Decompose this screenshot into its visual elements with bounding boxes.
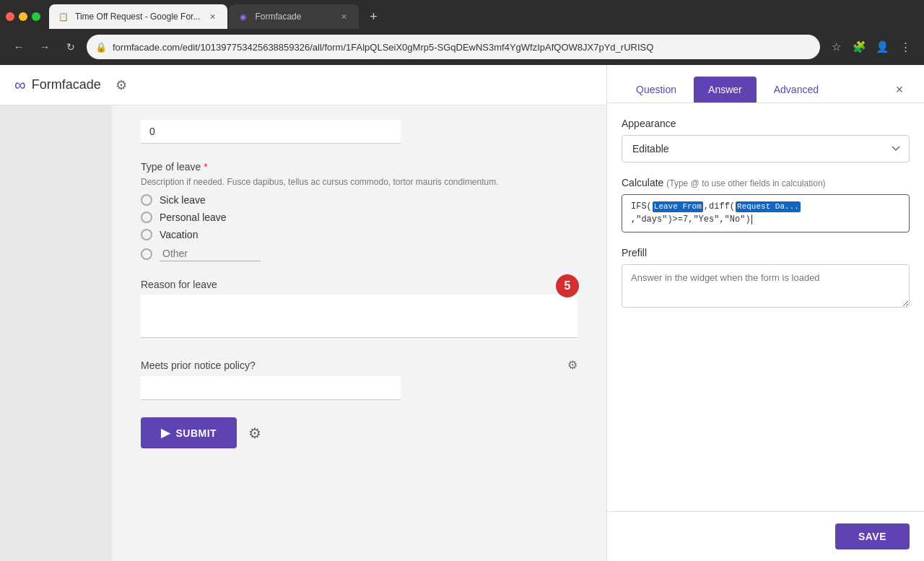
panel-tabs: Question Answer Advanced: [622, 77, 833, 103]
tab2-close[interactable]: ✕: [337, 10, 350, 23]
panel-body: Appearance Editable Read only Hidden Cal…: [607, 103, 924, 511]
tab1-title: Time Off Request - Google For...: [75, 12, 200, 22]
other-option: [141, 246, 578, 261]
reload-icon: ↻: [66, 41, 75, 53]
back-btn[interactable]: ←: [9, 37, 29, 57]
tab2-favicon: ◉: [237, 11, 249, 22]
forward-btn[interactable]: →: [35, 37, 55, 57]
appearance-section: Appearance Editable Read only Hidden: [622, 118, 910, 162]
prefill-section: Prefill: [622, 247, 910, 310]
reload-btn[interactable]: ↻: [61, 37, 81, 57]
window-close-btn[interactable]: [6, 12, 14, 21]
tab2-title: Formfacade: [255, 12, 331, 22]
calculate-display[interactable]: IFS(Leave From,diff(Request Da...,"days"…: [622, 194, 910, 232]
submit-btn[interactable]: ▶ SUBMIT: [141, 417, 237, 448]
calc-token-request-da: Request Da...: [736, 201, 801, 212]
panel-footer: SAVE: [607, 511, 924, 561]
reason-label: Reason for leave: [141, 279, 578, 290]
meets-policy-input[interactable]: No: [141, 376, 401, 400]
meets-policy-label: Meets prior notice policy?: [141, 360, 256, 371]
new-tab-btn[interactable]: +: [363, 6, 383, 27]
sick-leave-label: Sick leave: [160, 194, 206, 206]
tab-time-off[interactable]: 📋 Time Off Request - Google For... ✕: [49, 4, 227, 29]
tab-advanced[interactable]: Advanced: [759, 77, 833, 103]
radio-circle-personal: [141, 212, 152, 223]
submit-icon: ▶: [161, 426, 170, 440]
ff-logo-text: Formfacade: [32, 77, 101, 92]
other-input[interactable]: [160, 246, 261, 261]
form-sidebar: [0, 105, 112, 561]
meets-policy-header: Meets prior notice policy? ⚙: [141, 358, 578, 372]
appearance-select[interactable]: Editable Read only Hidden: [622, 135, 910, 162]
form-content: 0 Type of leave * Description if needed.…: [112, 105, 606, 561]
calculate-sublabel: (Type @ to use other fields in calculati…: [666, 178, 825, 188]
step-badge: 5: [556, 274, 579, 297]
prefill-label: Prefill: [622, 247, 910, 258]
menu-btn[interactable]: ⋮: [895, 37, 915, 57]
bookmark-btn[interactable]: ☆: [826, 37, 846, 57]
forward-icon: →: [40, 41, 50, 53]
calc-token-end: ,"days")>=7,"Yes","No"): [631, 214, 751, 226]
calc-token-diff: ,diff(: [704, 201, 735, 213]
submit-row: ▶ SUBMIT ⚙: [141, 417, 578, 448]
lock-icon: 🔒: [95, 42, 107, 53]
personal-leave-label: Personal leave: [160, 212, 227, 223]
radio-vacation[interactable]: Vacation: [141, 229, 578, 240]
calc-token-leave-from: Leave From: [653, 201, 703, 212]
address-text: formfacade.com/edit/10139775342563885932…: [113, 42, 811, 53]
tab-answer[interactable]: Answer: [694, 77, 757, 103]
window-maximize-btn[interactable]: [32, 12, 40, 21]
tab-question[interactable]: Question: [622, 77, 691, 103]
tab1-favicon: 📋: [58, 11, 69, 22]
back-icon: ←: [14, 41, 24, 53]
prefill-textarea[interactable]: [622, 264, 910, 308]
radio-circle-other: [141, 248, 152, 260]
ff-logo: ∞ Formfacade: [14, 76, 101, 95]
radio-circle-sick: [141, 194, 152, 206]
panel-header: Question Answer Advanced ×: [607, 65, 924, 103]
save-btn[interactable]: SAVE: [835, 523, 910, 549]
new-tab-icon: +: [370, 9, 378, 25]
type-of-leave-label: Type of leave *: [141, 161, 578, 173]
appearance-label: Appearance: [622, 118, 910, 129]
vacation-label: Vacation: [160, 229, 198, 240]
tab1-close[interactable]: ✕: [206, 10, 219, 23]
calculate-section: Calculate (Type @ to use other fields in…: [622, 177, 910, 232]
number-field-section: 0: [141, 120, 578, 144]
radio-personal-leave[interactable]: Personal leave: [141, 212, 578, 223]
right-panel: Question Answer Advanced × Appearance Ed…: [606, 65, 924, 561]
calculate-input-wrapper: IFS(Leave From,diff(Request Da...,"days"…: [622, 194, 910, 232]
reason-for-leave-section: Reason for leave: [141, 279, 578, 341]
meets-policy-section: Meets prior notice policy? ⚙ No: [141, 358, 578, 400]
required-star: *: [204, 161, 207, 173]
type-of-leave-description: Description if needed. Fusce dapibus, te…: [141, 177, 578, 187]
submit-label: SUBMIT: [176, 427, 217, 439]
reason-textarea[interactable]: [141, 295, 578, 338]
extensions-btn[interactable]: 🧩: [849, 37, 869, 57]
panel-close-btn[interactable]: ×: [889, 79, 910, 100]
ff-header: ∞ Formfacade ⚙: [0, 65, 606, 105]
tab-formfacade[interactable]: ◉ Formfacade ✕: [229, 4, 359, 29]
radio-circle-vacation: [141, 229, 152, 240]
calc-token-ifs: IFS(: [631, 201, 652, 213]
calculate-label: Calculate (Type @ to use other fields in…: [622, 177, 910, 188]
radio-sick-leave[interactable]: Sick leave: [141, 194, 578, 206]
window-minimize-btn[interactable]: [19, 12, 27, 21]
submit-gear-icon[interactable]: ⚙: [248, 425, 261, 442]
ff-logo-icon: ∞: [14, 76, 26, 95]
profile-btn[interactable]: 👤: [872, 37, 892, 57]
number-input[interactable]: 0: [141, 120, 401, 144]
type-of-leave-section: Type of leave * Description if needed. F…: [141, 161, 578, 261]
ff-settings-icon[interactable]: ⚙: [116, 77, 127, 93]
address-bar[interactable]: 🔒 formfacade.com/edit/101397753425638859…: [87, 35, 820, 59]
policy-gear-icon[interactable]: ⚙: [567, 358, 578, 372]
calc-cursor: [751, 214, 752, 225]
